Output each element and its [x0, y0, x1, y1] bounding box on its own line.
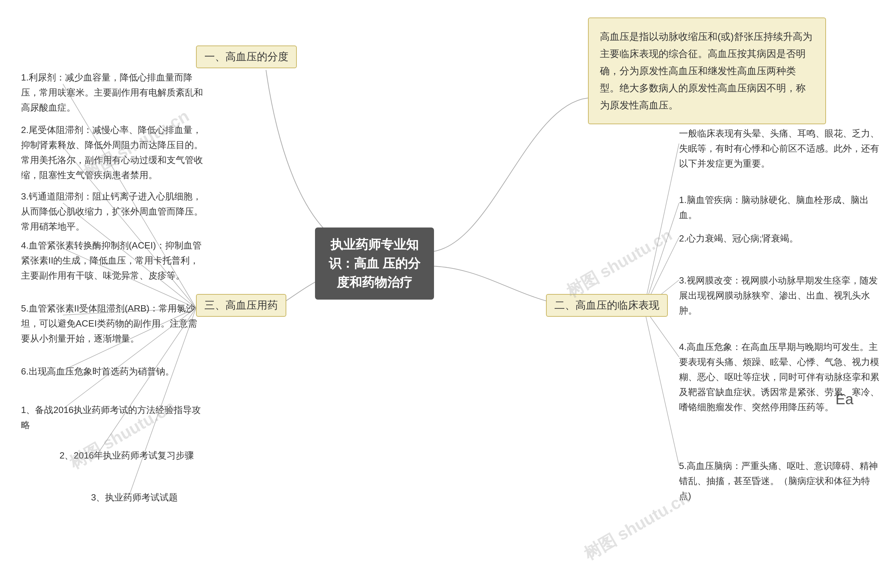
left-block-5: 5.血管紧张素II受体阻滞剂(ARB)：常用氯沙坦，可以避免ACEI类药物的副作…: [21, 301, 203, 346]
right-block-5: 4.高血压危象：在高血压早期与晚期均可发生。主要表现有头痛、烦躁、眩晕、心悸、气…: [679, 340, 882, 414]
left-block-1: 1.利尿剂：减少血容量，降低心排血量而降压，常用呋塞米。主要副作用有电解质紊乱和…: [21, 70, 203, 115]
canvas: 执业药师专业知识：高血 压的分度和药物治疗 一、高血压的分度 三、高血压用药 二…: [0, 0, 896, 588]
svg-line-9: [644, 143, 679, 308]
branch1-node: 一、高血压的分度: [196, 46, 297, 68]
left-block-9: 3、执业药师考试试题: [91, 490, 178, 505]
central-node: 执业药师专业知识：高血 压的分度和药物治疗: [315, 227, 434, 300]
branch2-node: 三、高血压用药: [196, 294, 286, 317]
branch3-node: 二、高血压的临床表现: [546, 294, 668, 317]
right-block-3: 2.心力衰竭、冠心病;肾衰竭。: [679, 231, 798, 246]
central-title: 执业药师专业知识：高血 压的分度和药物治疗: [329, 237, 421, 289]
right-block-1: 一般临床表现有头晕、头痛、耳鸣、眼花、乏力、失眠等，有时有心悸和心前区不适感。此…: [679, 126, 882, 171]
left-block-2: 2.尾受体阻滞剂：减慢心率、降低心排血量，抑制肾素释放、降低外周阻力而达降压目的…: [21, 122, 203, 183]
left-block-8: 2、2016年执业药师考试复习步骤: [59, 448, 194, 463]
left-block-6: 6.出现高血压危象时首选药为硝普钠。: [21, 364, 174, 379]
left-block-3: 3.钙通道阻滞剂：阻止钙离子进入心肌细胞，从而降低心肌收缩力，扩张外周血管而降压…: [21, 189, 203, 234]
right-block-6: 5.高血压脑病：严重头痛、呕吐、意识障碍、精神错乱、抽搐，甚至昏迷。（脑病症状和…: [679, 459, 882, 504]
left-block-4: 4.血管紧张素转换酶抑制剂(ACEI)：抑制血管紧张素II的生成，降低血压，常用…: [21, 238, 203, 283]
right-block-4: 3.视网膜改变：视网膜小动脉早期发生痉挛，随发展出现视网膜动脉狭窄、渗出、出血、…: [679, 273, 882, 318]
left-block-7: 1、备战2016执业药师考试的方法经验指导攻略: [21, 402, 203, 433]
right-block-2: 1.脑血管疾病：脑动脉硬化、脑血栓形成、脑出血。: [679, 192, 882, 222]
svg-line-14: [644, 308, 679, 466]
info-box: 高血压是指以动脉收缩压和(或)舒张压持续升高为主要临床表现的综合征。高血压按其病…: [588, 17, 826, 124]
svg-line-10: [644, 203, 679, 308]
